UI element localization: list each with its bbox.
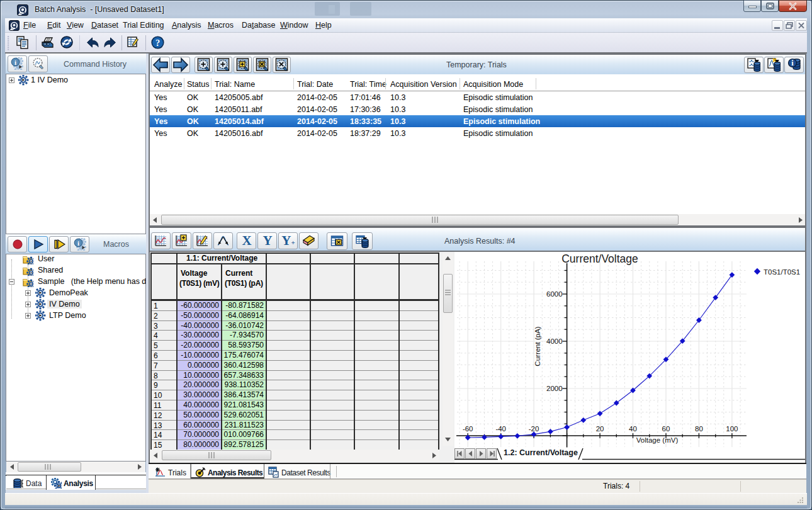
svg-text:-20: -20 <box>529 425 539 433</box>
svg-text:Current/Voltage: Current/Voltage <box>561 252 638 265</box>
svg-text:Y: Y <box>262 233 272 248</box>
svg-text:40: 40 <box>629 425 637 433</box>
svg-text:6000: 6000 <box>546 290 563 298</box>
svg-text:80: 80 <box>695 425 703 433</box>
svg-text:60: 60 <box>662 425 670 433</box>
svg-text:i: i <box>77 239 79 247</box>
svg-text:Voltage (mV): Voltage (mV) <box>636 436 679 444</box>
svg-text:Current (pA): Current (pA) <box>534 326 541 366</box>
svg-text:4000: 4000 <box>546 337 563 345</box>
svg-text:20: 20 <box>596 425 604 433</box>
svg-text:2000: 2000 <box>546 385 563 392</box>
svg-text:100: 100 <box>726 425 738 433</box>
svg-text:i: i <box>14 59 16 66</box>
svg-text:X: X <box>242 233 251 248</box>
svg-text:T0S1/T0S1: T0S1/T0S1 <box>764 268 800 276</box>
svg-text:Y+: Y+ <box>281 233 295 248</box>
svg-text:?: ? <box>155 38 160 48</box>
svg-text:-40: -40 <box>495 425 506 433</box>
svg-text:-60: -60 <box>463 425 473 433</box>
